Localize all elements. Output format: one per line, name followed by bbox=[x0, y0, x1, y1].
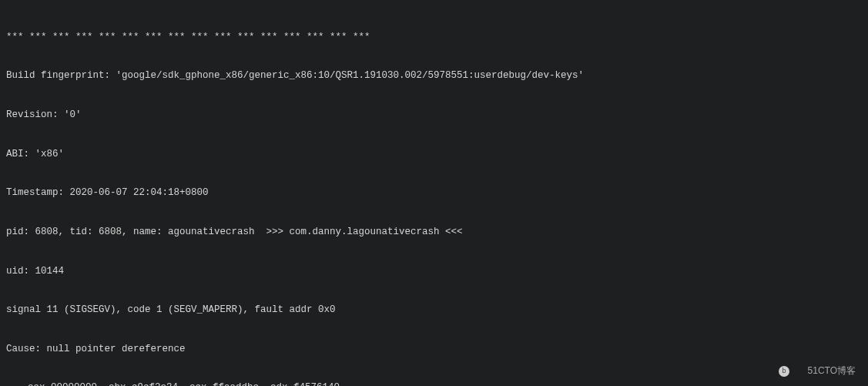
cause-line: Cause: null pointer dereference bbox=[6, 343, 862, 356]
pid-tid-name: pid: 6808, tid: 6808, name: agounativecr… bbox=[6, 226, 862, 239]
watermark-icon-glyph: b bbox=[782, 367, 786, 376]
revision: Revision: '0' bbox=[6, 109, 862, 122]
uid: uid: 10144 bbox=[6, 265, 862, 278]
abi: ABI: 'x86' bbox=[6, 148, 862, 161]
signal-line: signal 11 (SIGSEGV), code 1 (SEGV_MAPERR… bbox=[6, 304, 862, 317]
watermark-icon: b bbox=[779, 366, 789, 377]
separator-line: *** *** *** *** *** *** *** *** *** *** … bbox=[6, 31, 862, 44]
build-fingerprint: Build fingerprint: 'google/sdk_gphone_x8… bbox=[6, 69, 862, 82]
timestamp: Timestamp: 2020-06-07 22:04:18+0800 bbox=[6, 186, 862, 200]
registers-row-1: eax 00000000 ebx c9cf2e34 ecx ffaaddbc e… bbox=[6, 381, 862, 386]
watermark-text: 51CTO博客 bbox=[808, 364, 856, 377]
terminal-output: *** *** *** *** *** *** *** *** *** *** … bbox=[0, 0, 868, 386]
